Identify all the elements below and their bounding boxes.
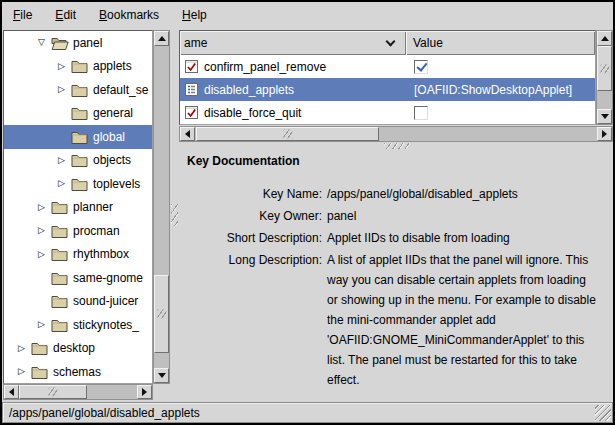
- scrollbar-thumb[interactable]: [154, 275, 169, 353]
- menu-item[interactable]: File: [4, 4, 41, 26]
- tree-vertical-scrollbar[interactable]: [153, 30, 170, 384]
- expander-icon[interactable]: [58, 85, 71, 94]
- key-type-icon: [184, 105, 199, 120]
- tree-item[interactable]: procman: [4, 219, 152, 243]
- scrollbar-trough[interactable]: [597, 46, 612, 109]
- expander-icon[interactable]: [18, 344, 31, 353]
- column-header-name-label: ame: [184, 36, 207, 50]
- tree-item[interactable]: objects: [4, 149, 152, 173]
- menu-item[interactable]: Help: [173, 4, 216, 26]
- value-checkbox[interactable]: [414, 106, 428, 120]
- key-row[interactable]: disabled_applets [OAFIID:ShowDesktopAppl…: [180, 78, 595, 101]
- folder-icon: [71, 177, 89, 191]
- tree-item-label: planner: [73, 200, 113, 214]
- pane-splitter-horizontal[interactable]: [179, 142, 613, 150]
- doc-field-row: Short Description: Applet IIDs to disabl…: [187, 228, 613, 248]
- doc-field-label: Key Owner:: [187, 206, 322, 226]
- scrollbar-thumb[interactable]: [19, 385, 87, 399]
- scroll-down-button[interactable]: [154, 368, 169, 383]
- key-name: disabled_applets: [204, 83, 406, 97]
- tree-item-label: schemas: [53, 365, 101, 379]
- scroll-right-button[interactable]: [137, 385, 152, 399]
- value-checkbox[interactable]: [414, 60, 428, 74]
- expander-icon[interactable]: [58, 62, 71, 71]
- folder-icon: [71, 83, 89, 97]
- splitter-grip: [384, 143, 410, 149]
- folder-icon: [51, 224, 69, 238]
- tree-item-label: objects: [93, 153, 131, 167]
- folder-icon: [71, 153, 89, 167]
- column-header-name[interactable]: ame: [180, 31, 406, 55]
- scroll-down-button[interactable]: [597, 109, 612, 124]
- column-header-value[interactable]: Value: [406, 31, 595, 55]
- scroll-up-button[interactable]: [154, 31, 169, 46]
- tree-item[interactable]: panel: [4, 31, 152, 55]
- key-name: disable_force_quit: [204, 106, 406, 120]
- doc-field-label: Key Name:: [187, 184, 322, 204]
- expander-icon[interactable]: [38, 203, 51, 212]
- folder-icon: [51, 200, 69, 214]
- splitter-grip: [171, 204, 178, 226]
- folder-icon: [71, 130, 89, 144]
- tree-item[interactable]: desktop: [4, 337, 152, 361]
- folder-icon: [31, 341, 49, 355]
- table-header: ame Value: [180, 31, 595, 55]
- tree-item[interactable]: rhythmbox: [4, 243, 152, 267]
- folder-icon: [51, 294, 69, 308]
- menu-item[interactable]: Bookmarks: [90, 4, 168, 26]
- scroll-left-button[interactable]: [180, 127, 195, 141]
- expander-icon[interactable]: [58, 179, 71, 188]
- doc-field-row: Key Owner: panel: [187, 206, 613, 226]
- pane-splitter-vertical[interactable]: [170, 30, 179, 400]
- tree-item[interactable]: stickynotes_: [4, 313, 152, 337]
- table-horizontal-scrollbar[interactable]: [179, 126, 613, 142]
- scrollbar-trough[interactable]: [154, 46, 169, 368]
- tree-item-label: general: [93, 106, 133, 120]
- tree-horizontal-scrollbar[interactable]: [3, 384, 153, 400]
- expander-icon[interactable]: [38, 226, 51, 235]
- folder-icon: [51, 36, 69, 50]
- tree-item[interactable]: general: [4, 102, 152, 126]
- folder-icon: [51, 271, 69, 285]
- key-value-cell: [406, 60, 595, 74]
- tree-item-label: default_se: [93, 83, 148, 97]
- folder-icon: [51, 318, 69, 332]
- expander-icon[interactable]: [18, 367, 31, 376]
- expander-icon[interactable]: [38, 38, 51, 47]
- scroll-up-button[interactable]: [597, 31, 612, 46]
- scrollbar-thumb[interactable]: [597, 46, 612, 91]
- table-vertical-scrollbar[interactable]: [596, 30, 613, 125]
- tree-item[interactable]: same-gnome: [4, 266, 152, 290]
- tree-item-label: procman: [73, 224, 120, 238]
- tree-item[interactable]: default_se: [4, 78, 152, 102]
- tree-item[interactable]: toplevels: [4, 172, 152, 196]
- doc-field-value: panel: [327, 206, 356, 226]
- scrollbar-trough[interactable]: [19, 385, 137, 399]
- resize-grip[interactable]: [595, 405, 611, 421]
- key-value-cell: [OAFIID:ShowDesktopApplet]: [406, 83, 595, 97]
- expander-icon[interactable]: [38, 320, 51, 329]
- tree-item-label: applets: [93, 59, 132, 73]
- key-row[interactable]: confirm_panel_remove: [180, 55, 595, 78]
- tree-item[interactable]: planner: [4, 196, 152, 220]
- statusbar-text: /apps/panel/global/disabled_applets: [9, 406, 200, 420]
- key-value-text: [OAFIID:ShowDesktopApplet]: [414, 83, 572, 97]
- key-table-area: ame Value: [179, 30, 613, 142]
- expander-icon[interactable]: [38, 250, 51, 259]
- scroll-left-button[interactable]: [4, 385, 19, 399]
- tree-item[interactable]: global: [4, 125, 152, 149]
- menu-item[interactable]: Edit: [46, 4, 85, 26]
- doc-field-row: Long Description: A list of applet IIDs …: [187, 250, 613, 390]
- scroll-right-button[interactable]: [597, 127, 612, 141]
- key-table: ame Value: [179, 30, 596, 125]
- folder-icon: [71, 59, 89, 73]
- scrollbar-trough[interactable]: [195, 127, 597, 141]
- tree-item[interactable]: applets: [4, 55, 152, 79]
- scrollbar-thumb[interactable]: [196, 127, 379, 141]
- expander-icon[interactable]: [58, 156, 71, 165]
- column-header-value-label: Value: [413, 36, 443, 50]
- tree-item[interactable]: sound-juicer: [4, 290, 152, 314]
- tree-item-label: panel: [73, 36, 102, 50]
- tree-item[interactable]: schemas: [4, 360, 152, 384]
- key-row[interactable]: disable_force_quit: [180, 101, 595, 124]
